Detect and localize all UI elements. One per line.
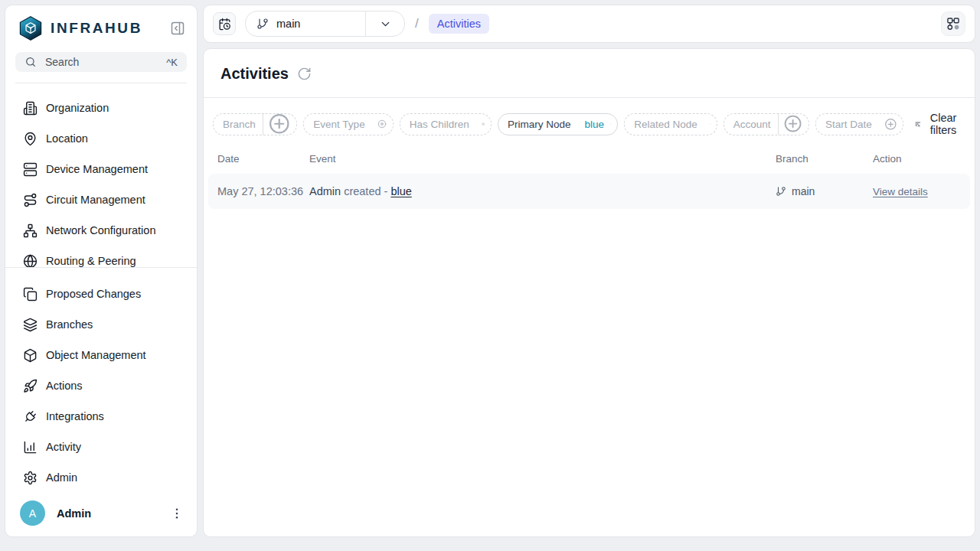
map-pin-icon — [23, 132, 38, 146]
filter-chip-label: Account — [724, 119, 778, 130]
filter-chip-label: Branch — [214, 119, 263, 130]
sidebar-item[interactable]: Proposed Changes — [5, 279, 197, 309]
kebab-icon — [170, 507, 184, 520]
logo-row: INFRAHUB — [5, 5, 197, 51]
sidebar-nav-secondary: Proposed Changes Branches Object Managem… — [5, 268, 197, 493]
breadcrumb-activities[interactable]: Activities — [429, 14, 489, 34]
sidebar-item-label: Device Management — [46, 163, 148, 175]
table-header-cell: Branch — [776, 153, 873, 165]
sidebar-item[interactable]: Circuit Management — [5, 184, 197, 215]
sidebar-item-label: Network Configuration — [46, 224, 155, 236]
infrahub-logo-icon — [18, 15, 44, 41]
search-shortcut: ^K — [166, 57, 178, 68]
filter-chip[interactable]: Has Children — [400, 113, 492, 135]
route-icon — [23, 193, 38, 207]
time-travel-button[interactable] — [213, 12, 236, 35]
sidebar-item-label: Actions — [46, 380, 83, 392]
sidebar-item-label: Organization — [46, 102, 109, 114]
calendar-clock-icon — [218, 18, 231, 31]
table-header-cell: Date — [217, 153, 309, 165]
plus-circle-icon[interactable] — [263, 112, 296, 135]
sidebar-item-label: Proposed Changes — [46, 288, 141, 300]
user-menu-button[interactable] — [169, 506, 185, 521]
x-circle-icon[interactable] — [609, 124, 617, 125]
copy-icon — [23, 287, 38, 302]
plus-circle-icon[interactable] — [372, 119, 393, 129]
clear-filters-button[interactable]: Clear filters — [910, 111, 964, 137]
refresh-icon — [297, 67, 312, 81]
user-row: A Admin — [5, 493, 197, 536]
sidebar-item-label: Integrations — [46, 410, 104, 422]
network-icon — [23, 223, 38, 238]
sidebar-item[interactable]: Routing & Peering — [5, 246, 197, 267]
refresh-button[interactable] — [297, 67, 312, 81]
brand-wordmark: INFRAHUB — [51, 20, 169, 37]
sidebar-item[interactable]: Device Management — [5, 154, 197, 184]
avatar[interactable]: A — [20, 500, 45, 526]
plus-circle-icon[interactable] — [704, 123, 717, 124]
event-verb: created - — [344, 185, 390, 197]
content-header: Activities — [204, 49, 975, 98]
filter-chip[interactable]: Branch — [213, 113, 297, 135]
search-input[interactable]: Search ^K — [15, 52, 187, 72]
user-name: Admin — [57, 507, 158, 520]
git-branch-icon — [776, 186, 786, 197]
cell-date: May 27, 12:03:36 — [217, 185, 309, 197]
graph-icon — [946, 16, 961, 31]
bar-chart-icon — [23, 440, 38, 455]
clear-filters-label: Clear filters — [927, 112, 959, 136]
sidebar-item-label: Activity — [46, 441, 81, 453]
filter-bar: Branch Event Type — [204, 98, 975, 143]
cell-action: View details — [873, 185, 961, 197]
sidebar-item[interactable]: Integrations — [5, 401, 197, 432]
sidebar-item[interactable]: Branches — [5, 309, 197, 340]
filter-chip[interactable]: Related Node — [624, 113, 717, 135]
schema-graph-button[interactable] — [941, 11, 965, 36]
sidebar-item-label: Routing & Peering — [46, 255, 136, 267]
event-object-link[interactable]: blue — [390, 185, 411, 197]
filter-chip[interactable]: Event Type — [303, 113, 393, 135]
search-icon — [24, 56, 37, 68]
cell-event: Admin created - blue — [309, 185, 776, 197]
filter-chip[interactable]: Account — [724, 113, 809, 135]
plus-circle-icon[interactable] — [879, 118, 903, 131]
building-icon — [23, 101, 38, 116]
filter-chip[interactable]: Primary Node blue — [498, 113, 618, 135]
plug-icon — [23, 409, 38, 424]
cell-branch: main — [776, 185, 873, 197]
main-column: main / Activities Activities — [203, 5, 975, 537]
breadcrumb-separator: / — [415, 16, 419, 31]
plus-circle-icon[interactable] — [778, 114, 808, 133]
table-header-cell: Action — [873, 153, 961, 165]
sidebar-item[interactable]: Object Management — [5, 340, 197, 370]
content-panel: Activities Branch — [203, 48, 975, 537]
plus-circle-icon[interactable] — [476, 122, 491, 126]
filter-chip-label: Related Node — [625, 119, 704, 130]
sidebar-item[interactable]: Actions — [5, 370, 197, 401]
sidebar-item-label: Object Management — [46, 349, 146, 361]
sidebar-item[interactable]: Location — [5, 123, 197, 154]
app-root: INFRAHUB Search ^K Organization Location — [0, 0, 980, 542]
table-header-row: Date Event Branch Action — [208, 143, 970, 174]
topbar: main / Activities — [203, 5, 975, 43]
table-row[interactable]: May 27, 12:03:36 Admin created - blue ma… — [208, 174, 970, 209]
sidebar-collapse-button[interactable] — [169, 20, 186, 37]
branch-dropdown-toggle[interactable] — [366, 18, 404, 31]
event-actor: Admin — [309, 185, 341, 197]
panel-collapse-icon — [170, 21, 185, 36]
sidebar-item-label: Circuit Management — [46, 194, 145, 206]
branch-selector[interactable]: main — [245, 11, 405, 37]
sidebar-item[interactable]: Activity — [5, 432, 197, 462]
sidebar-item[interactable]: Admin — [5, 462, 197, 493]
sidebar-item-label: Admin — [46, 471, 77, 484]
sidebar-item[interactable]: Network Configuration — [5, 215, 197, 246]
sidebar: INFRAHUB Search ^K Organization Location — [5, 5, 198, 537]
sidebar-item[interactable]: Organization — [5, 93, 197, 123]
filter-chip[interactable]: Start Date — [815, 113, 903, 135]
view-details-link[interactable]: View details — [873, 186, 928, 197]
filter-chips: Branch Event Type — [213, 113, 903, 135]
filter-chip-label: Event Type — [304, 119, 371, 130]
sidebar-nav-primary: Organization Location Device Management … — [5, 93, 197, 267]
rocket-icon — [23, 379, 38, 393]
filter-chip-label: Has Children — [400, 119, 476, 130]
